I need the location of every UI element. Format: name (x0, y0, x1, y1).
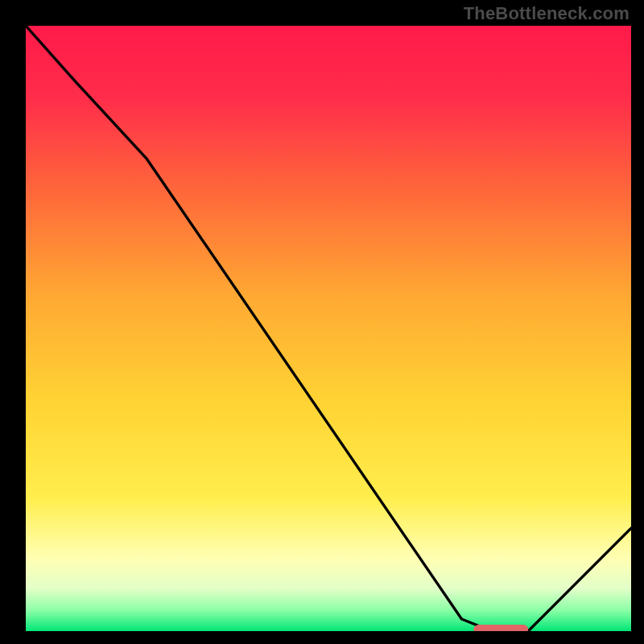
chart-svg (26, 26, 631, 631)
chart-frame: TheBottleneck.com (0, 0, 644, 644)
plot-area (26, 26, 631, 631)
gradient-background (26, 26, 631, 631)
optimal-marker (473, 625, 528, 631)
attribution-text: TheBottleneck.com (464, 3, 630, 24)
